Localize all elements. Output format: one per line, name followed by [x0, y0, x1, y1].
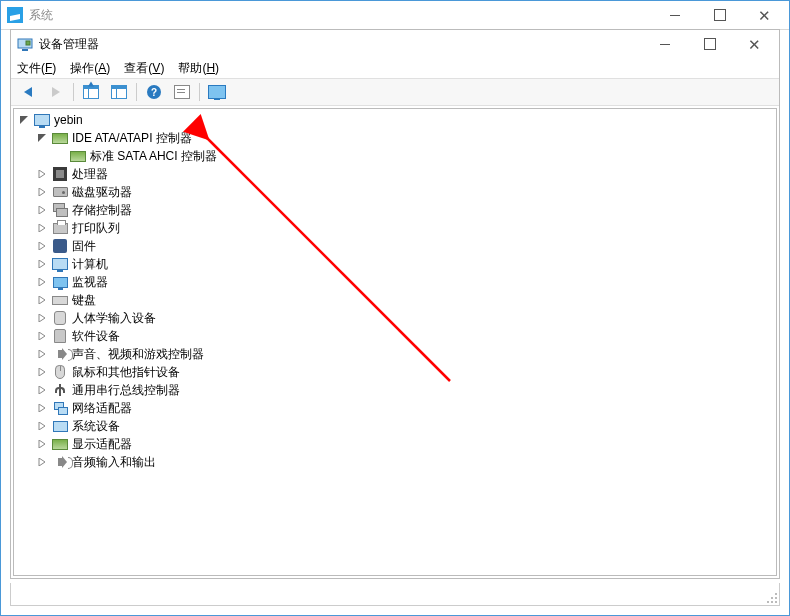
ide-controller-icon — [52, 130, 68, 146]
forward-button[interactable] — [43, 80, 69, 104]
inner-window-title: 设备管理器 — [39, 36, 642, 53]
resize-grip-icon[interactable] — [765, 591, 777, 603]
help-button[interactable]: ? — [141, 80, 167, 104]
expand-toggle-icon[interactable] — [36, 168, 48, 180]
storage-controller-icon — [52, 202, 68, 218]
back-button[interactable] — [15, 80, 41, 104]
tree-node-label: 打印队列 — [72, 220, 120, 237]
expand-toggle-icon[interactable] — [18, 114, 30, 126]
properties-button[interactable] — [169, 80, 195, 104]
inner-maximize-button[interactable] — [687, 30, 732, 58]
system-icon — [7, 7, 23, 23]
display-adapter-icon — [52, 436, 68, 452]
menu-action[interactable]: 操作(A) — [70, 60, 110, 77]
inner-close-button[interactable]: ✕ — [732, 30, 777, 58]
outer-maximize-button[interactable] — [697, 1, 742, 29]
expand-toggle-icon[interactable] — [36, 204, 48, 216]
audio-icon — [52, 454, 68, 470]
firmware-icon — [52, 238, 68, 254]
tree-node-sound[interactable]: 声音、视频和游戏控制器 — [16, 345, 774, 363]
expand-toggle-icon[interactable] — [36, 276, 48, 288]
tree-node-storage[interactable]: 存储控制器 — [16, 201, 774, 219]
tree-node-label: 软件设备 — [72, 328, 120, 345]
menu-view[interactable]: 查看(V) — [124, 60, 164, 77]
device-tree[interactable]: yebin IDE ATA/ATAPI 控制器 标准 SATA AHCI 控制器… — [13, 108, 777, 576]
tree-node-system[interactable]: 系统设备 — [16, 417, 774, 435]
tree-node-label: 通用串行总线控制器 — [72, 382, 180, 399]
monitor-icon — [52, 274, 68, 290]
tree-node-label: 人体学输入设备 — [72, 310, 156, 327]
tree-root-label: yebin — [54, 113, 83, 127]
tree-node-display[interactable]: 显示适配器 — [16, 435, 774, 453]
menu-file[interactable]: 文件(F) — [17, 60, 56, 77]
tree-node-network[interactable]: 网络适配器 — [16, 399, 774, 417]
computer-icon — [34, 112, 50, 128]
tree-node-monitor[interactable]: 监视器 — [16, 273, 774, 291]
tree-node-label: 音频输入和输出 — [72, 454, 156, 471]
system-window: 系统 ✕ 设备管理器 ✕ 文件(F) 操作(A) 查看(V) 帮助(H) — [0, 0, 790, 616]
tree-node-firmware[interactable]: 固件 — [16, 237, 774, 255]
tree-node-label: IDE ATA/ATAPI 控制器 — [72, 130, 192, 147]
tree-node-software[interactable]: 软件设备 — [16, 327, 774, 345]
expand-toggle-icon[interactable] — [36, 384, 48, 396]
tree-node-label: 显示适配器 — [72, 436, 132, 453]
expand-toggle-icon[interactable] — [36, 420, 48, 432]
mouse-icon — [52, 364, 68, 380]
outer-window-title: 系统 — [29, 7, 652, 24]
tree-node-usb[interactable]: 通用串行总线控制器 — [16, 381, 774, 399]
expand-toggle-icon[interactable] — [36, 312, 48, 324]
tree-node-label: 网络适配器 — [72, 400, 132, 417]
tree-node-processor[interactable]: 处理器 — [16, 165, 774, 183]
software-device-icon — [52, 328, 68, 344]
tree-node-audio[interactable]: 音频输入和输出 — [16, 453, 774, 471]
outer-titlebar[interactable]: 系统 ✕ — [1, 1, 789, 30]
expand-toggle-icon[interactable] — [36, 366, 48, 378]
processor-icon — [52, 166, 68, 182]
tree-node-label: 计算机 — [72, 256, 108, 273]
tree-node-label: 键盘 — [72, 292, 96, 309]
network-icon — [52, 400, 68, 416]
tree-node-label: 固件 — [72, 238, 96, 255]
tree-node-computer[interactable]: 计算机 — [16, 255, 774, 273]
expand-toggle-icon[interactable] — [36, 438, 48, 450]
hid-icon — [52, 310, 68, 326]
menubar: 文件(F) 操作(A) 查看(V) 帮助(H) — [11, 58, 779, 78]
expand-toggle-icon[interactable] — [36, 258, 48, 270]
expand-toggle-icon[interactable] — [36, 222, 48, 234]
expand-toggle-icon[interactable] — [36, 294, 48, 306]
up-button[interactable] — [78, 80, 104, 104]
tree-node-label: 系统设备 — [72, 418, 120, 435]
tree-node-print-queue[interactable]: 打印队列 — [16, 219, 774, 237]
expand-toggle-icon[interactable] — [36, 132, 48, 144]
svg-rect-2 — [26, 41, 30, 45]
expand-toggle-icon[interactable] — [36, 330, 48, 342]
system-device-icon — [52, 418, 68, 434]
expand-toggle-icon[interactable] — [36, 186, 48, 198]
toolbar-separator — [136, 83, 137, 101]
tree-root-row[interactable]: yebin — [16, 111, 774, 129]
toolbar: ? — [11, 78, 779, 106]
tree-node-keyboard[interactable]: 键盘 — [16, 291, 774, 309]
device-manager-icon — [17, 36, 33, 52]
tree-node-hid[interactable]: 人体学输入设备 — [16, 309, 774, 327]
expand-toggle-icon[interactable] — [36, 240, 48, 252]
printer-icon — [52, 220, 68, 236]
expand-toggle-icon[interactable] — [36, 402, 48, 414]
statusbar — [10, 583, 780, 606]
expand-toggle-icon[interactable] — [36, 348, 48, 360]
scan-hardware-button[interactable] — [204, 80, 230, 104]
inner-minimize-button[interactable] — [642, 30, 687, 58]
tree-node-disk[interactable]: 磁盘驱动器 — [16, 183, 774, 201]
keyboard-icon — [52, 292, 68, 308]
inner-titlebar[interactable]: 设备管理器 ✕ — [11, 30, 779, 58]
menu-help[interactable]: 帮助(H) — [178, 60, 219, 77]
tree-leaf-sata[interactable]: 标准 SATA AHCI 控制器 — [16, 147, 774, 165]
outer-minimize-button[interactable] — [652, 1, 697, 29]
tree-node-mouse[interactable]: 鼠标和其他指针设备 — [16, 363, 774, 381]
view-grid-button[interactable] — [106, 80, 132, 104]
expand-toggle-icon[interactable] — [36, 456, 48, 468]
toolbar-separator — [199, 83, 200, 101]
outer-close-button[interactable]: ✕ — [742, 1, 787, 29]
toolbar-separator — [73, 83, 74, 101]
tree-node-ide[interactable]: IDE ATA/ATAPI 控制器 — [16, 129, 774, 147]
